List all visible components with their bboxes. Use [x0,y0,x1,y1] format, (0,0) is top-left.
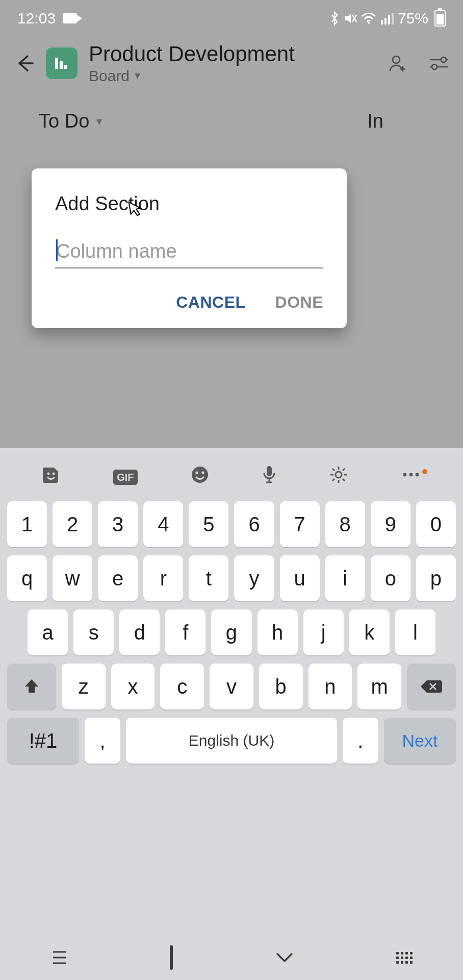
key-p[interactable]: p [416,555,456,601]
soft-keyboard: GIF 1234567890 qwertyuiop asdfghjkl zxcv… [0,448,463,980]
key-6[interactable]: 6 [234,501,274,547]
keyboard-toolbar: GIF [0,448,463,501]
project-title[interactable]: Product Development [89,42,295,66]
shift-key[interactable] [7,664,56,709]
svg-point-22 [336,472,342,478]
key-2[interactable]: 2 [53,501,92,547]
key-x[interactable]: x [111,664,155,709]
backspace-key[interactable] [407,664,456,709]
cancel-button[interactable]: CANCEL [176,293,245,312]
key-i[interactable]: i [325,555,365,601]
key-j[interactable]: j [303,609,344,655]
mute-icon [344,12,357,25]
key-n[interactable]: n [308,664,352,709]
emoji-icon[interactable] [191,465,209,484]
key-m[interactable]: m [357,664,401,709]
add-member-button[interactable] [389,54,407,72]
done-button[interactable]: DONE [275,293,323,312]
chevron-down-icon: ▾ [96,115,102,128]
svg-point-33 [416,473,419,477]
key-e[interactable]: e [98,555,138,601]
key-0[interactable]: 0 [416,501,456,547]
keyboard-settings-icon[interactable] [329,465,348,484]
wifi-icon [361,12,376,24]
svg-point-2 [368,22,370,24]
comma-key[interactable]: , [85,718,120,764]
key-3[interactable]: 3 [98,501,138,547]
view-label: Board [89,67,130,84]
column-header-next[interactable]: In [367,110,383,132]
battery-icon [434,10,446,27]
key-r[interactable]: r [143,555,183,601]
project-icon[interactable] [46,47,78,79]
next-key[interactable]: Next [384,718,456,764]
add-section-dialog: Add Section CANCEL DONE [32,168,347,328]
key-q[interactable]: q [7,555,47,601]
key-k[interactable]: k [349,609,390,655]
sticker-icon[interactable] [42,465,60,484]
key-v[interactable]: v [210,664,253,709]
status-bar: 12:03 75% [0,0,463,37]
back-button[interactable] [14,53,35,74]
voice-input-icon[interactable] [262,465,276,484]
svg-point-15 [53,473,55,475]
key-d[interactable]: d [119,609,160,655]
space-key[interactable]: English (UK) [126,718,337,764]
svg-point-17 [195,471,198,474]
svg-point-13 [432,64,437,69]
svg-point-7 [393,56,400,63]
key-c[interactable]: c [160,664,204,709]
column-title: In [367,110,383,132]
key-5[interactable]: 5 [189,501,228,547]
view-switcher[interactable]: Board ▾ [89,67,295,84]
key-t[interactable]: t [189,555,228,601]
signal-icon [380,12,394,24]
column-name-input[interactable] [55,237,323,268]
settings-button[interactable] [429,56,449,71]
svg-rect-4 [384,18,387,24]
key-f[interactable]: f [165,609,205,655]
key-a[interactable]: a [28,609,68,655]
recents-button[interactable] [51,950,68,965]
dialog-title: Add Section [55,193,323,215]
battery-percentage: 75% [398,10,428,27]
key-h[interactable]: h [258,609,298,655]
key-o[interactable]: o [371,555,410,601]
key-s[interactable]: s [73,609,114,655]
key-w[interactable]: w [53,555,92,601]
key-9[interactable]: 9 [371,501,410,547]
column-title: To Do [39,110,89,132]
mouse-cursor-icon [127,199,143,218]
bluetooth-icon [329,11,340,26]
svg-rect-3 [381,20,383,24]
svg-line-30 [332,479,335,481]
android-nav-bar [0,935,463,980]
keyboard-row-numbers: 1234567890 [7,501,456,547]
key-4[interactable]: 4 [143,501,183,547]
key-8[interactable]: 8 [325,501,365,547]
keyboard-row-top: qwertyuiop [7,555,456,601]
svg-point-16 [192,467,208,483]
text-caret [56,239,58,261]
key-7[interactable]: 7 [280,501,320,547]
key-z[interactable]: z [62,664,106,709]
gif-icon[interactable]: GIF [113,465,137,485]
period-key[interactable]: . [343,718,378,764]
home-button[interactable] [170,947,173,969]
key-1[interactable]: 1 [7,501,47,547]
key-y[interactable]: y [234,555,274,601]
svg-point-14 [47,473,50,475]
symbols-key[interactable]: !#1 [7,718,79,764]
svg-point-32 [409,473,413,477]
key-b[interactable]: b [259,664,303,709]
svg-rect-19 [267,466,272,476]
keyboard-switch-button[interactable] [396,952,413,964]
keyboard-more-icon[interactable] [401,471,421,478]
key-g[interactable]: g [211,609,251,655]
key-u[interactable]: u [280,555,320,601]
column-header-todo[interactable]: To Do ▾ [39,110,102,132]
svg-line-29 [343,469,345,471]
hide-keyboard-button[interactable] [274,951,295,964]
keyboard-row-bottom: zxcvbnm [7,664,456,709]
key-l[interactable]: l [395,609,435,655]
